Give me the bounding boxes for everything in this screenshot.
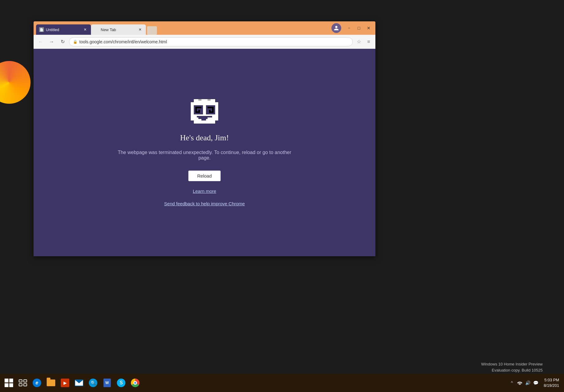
windows-notice-line1: Windows 10 Home Insider Preview	[481, 361, 543, 367]
chevron-tray-icon[interactable]: ^	[509, 380, 515, 386]
error-title: He's dead, Jim!	[180, 133, 229, 142]
windows-notice: Windows 10 Home Insider Preview Evaluati…	[481, 361, 543, 373]
skype-icon-inner: S	[117, 379, 125, 387]
error-robot-image	[191, 99, 218, 124]
cortana-icon[interactable]: 🔍	[87, 376, 99, 389]
svg-rect-7	[197, 111, 200, 113]
tab-close-inactive[interactable]: ✕	[137, 27, 143, 32]
document-icon[interactable]: W	[101, 376, 114, 389]
url-protocol-icon: 🔒	[73, 40, 78, 44]
menu-button[interactable]: ≡	[364, 38, 373, 46]
desktop: 📄 Untitled ✕ New Tab ✕ － □ ✕	[0, 0, 564, 392]
mail-icon[interactable]	[73, 376, 85, 389]
back-button[interactable]: ←	[36, 37, 45, 46]
svg-rect-19	[198, 99, 201, 101]
url-text: tools.google.com/chrome/intl/en/welcome.…	[79, 39, 349, 44]
tab-bar: 📄 Untitled ✕ New Tab ✕ － □ ✕	[34, 21, 375, 35]
svg-rect-6	[195, 108, 197, 113]
svg-rect-27	[19, 384, 22, 386]
svg-rect-9	[208, 107, 214, 108]
cortana-icon-inner: 🔍	[89, 379, 97, 387]
tab-favicon-inactive	[94, 27, 99, 32]
window-controls: － □ ✕	[331, 23, 373, 33]
svg-rect-20	[208, 99, 211, 101]
file-explorer-icon[interactable]	[45, 376, 57, 389]
chrome-icon[interactable]	[129, 376, 142, 389]
error-description: The webpage was terminated unexpectedly.…	[113, 150, 296, 161]
svg-rect-23	[5, 383, 9, 387]
close-button[interactable]: ✕	[364, 24, 373, 32]
system-clock[interactable]: 5:03 PM 8/19/201	[541, 377, 562, 388]
new-tab-area	[147, 26, 157, 35]
tab-active[interactable]: 📄 Untitled ✕	[36, 24, 91, 35]
task-view-button[interactable]	[16, 376, 29, 389]
svg-rect-17	[201, 116, 208, 119]
svg-rect-25	[19, 380, 22, 382]
tab-inactive[interactable]: New Tab ✕	[91, 24, 146, 35]
system-tray: ^ 🔊 💬	[509, 380, 539, 386]
feedback-link[interactable]: Send feedback to help improve Chrome	[164, 201, 245, 206]
svg-rect-21	[5, 379, 9, 383]
tab-favicon-active: 📄	[39, 27, 44, 32]
svg-rect-16	[201, 119, 203, 120]
network-tray-icon[interactable]	[517, 380, 523, 386]
svg-rect-12	[209, 110, 211, 111]
profile-button[interactable]	[331, 23, 341, 33]
mail-icon-inner	[75, 379, 83, 386]
task-view-icon	[19, 379, 27, 387]
svg-rect-28	[24, 384, 27, 386]
svg-rect-22	[9, 379, 13, 383]
media-icon-inner: ▶	[61, 379, 69, 387]
svg-rect-11	[209, 111, 212, 113]
address-bar-right: ☆ ≡	[355, 38, 373, 46]
document-icon-inner: W	[103, 379, 111, 387]
address-bar: ← → ↻ 🔒 tools.google.com/chrome/intl/en/…	[34, 35, 375, 49]
edge-browser-icon[interactable]: e	[31, 376, 43, 389]
svg-rect-2	[194, 120, 215, 124]
tab-title-inactive: New Tab	[101, 27, 136, 32]
clock-time: 5:03 PM	[544, 377, 559, 383]
svg-rect-18	[203, 119, 206, 120]
decorative-circle	[0, 61, 31, 104]
edge-icon-inner: e	[33, 379, 41, 387]
action-center-icon[interactable]: 💬	[533, 380, 539, 386]
volume-tray-icon[interactable]: 🔊	[525, 380, 531, 386]
skype-icon[interactable]: S	[115, 376, 128, 389]
reload-page-button[interactable]: ↻	[58, 37, 67, 46]
svg-rect-14	[198, 117, 201, 119]
taskbar: e ▶ 🔍 W	[0, 374, 564, 392]
svg-rect-8	[198, 110, 200, 111]
reload-button[interactable]: Reload	[188, 171, 221, 181]
windows-notice-line2: Evaluation copy. Build 10525	[481, 367, 543, 373]
tab-title-active: Untitled	[46, 27, 81, 32]
forward-button[interactable]: →	[47, 37, 56, 46]
svg-rect-0	[194, 99, 215, 102]
svg-rect-10	[212, 108, 214, 113]
svg-point-29	[519, 384, 520, 385]
clock-date: 8/19/201	[544, 383, 559, 388]
page-content: He's dead, Jim! The webpage was terminat…	[34, 49, 375, 256]
learn-more-link[interactable]: Learn more	[193, 189, 216, 194]
svg-rect-26	[24, 380, 27, 382]
url-input[interactable]: 🔒 tools.google.com/chrome/intl/en/welcom…	[69, 37, 353, 46]
taskbar-right: ^ 🔊 💬 5:03 PM 8/19/201	[509, 377, 562, 388]
minimize-button[interactable]: －	[345, 24, 353, 32]
start-button[interactable]	[2, 376, 15, 389]
windows-logo-icon	[5, 379, 13, 387]
bookmark-button[interactable]: ☆	[355, 38, 363, 46]
svg-rect-5	[195, 107, 201, 108]
folder-icon-inner	[47, 379, 55, 386]
svg-rect-24	[9, 383, 13, 387]
media-player-icon[interactable]: ▶	[59, 376, 71, 389]
chrome-icon-inner	[131, 379, 139, 387]
browser-window: 📄 Untitled ✕ New Tab ✕ － □ ✕	[34, 21, 375, 256]
tab-close-active[interactable]: ✕	[82, 27, 88, 32]
maximize-button[interactable]: □	[355, 24, 363, 32]
taskbar-left: e ▶ 🔍 W	[2, 376, 142, 389]
wifi-icon	[517, 381, 522, 385]
